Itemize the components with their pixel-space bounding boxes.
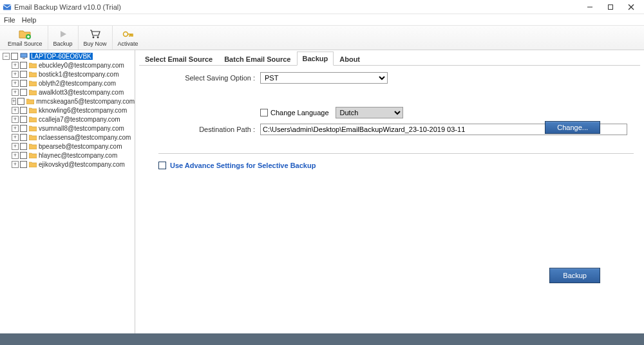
tree-item-label: vsumnall8@testcompany.com: [39, 125, 124, 132]
checkbox[interactable]: [20, 134, 27, 141]
tree-item[interactable]: +ebuckley0@testcompany.com: [0, 61, 135, 70]
tree-item-label: ebuckley0@testcompany.com: [39, 62, 124, 69]
tree-panel: − LAPTOP-60EO6VBK +ebuckley0@testcompany…: [0, 50, 135, 333]
folder-icon: [29, 143, 37, 149]
saving-option-select[interactable]: PST: [260, 72, 388, 84]
tree-item[interactable]: +vsumnall8@testcompany.com: [0, 124, 135, 133]
saving-option-label: Select Saving Option :: [178, 74, 255, 82]
minimize-button[interactable]: [580, 0, 600, 14]
tree-item-label: awalklott3@testcompany.com: [39, 89, 124, 96]
folder-icon: [29, 62, 37, 68]
tree-item-label: bostick1@testcompany.com: [39, 71, 118, 78]
folder-icon: [29, 134, 37, 140]
app-icon: [3, 3, 12, 12]
checkbox[interactable]: [17, 98, 24, 105]
svg-rect-0: [3, 4, 11, 10]
tree-item[interactable]: +hlaynec@testcompany.com: [0, 151, 135, 160]
folder-plus-icon: [19, 28, 32, 40]
change-language-checkbox[interactable]: [260, 109, 268, 117]
checkbox[interactable]: [20, 161, 27, 168]
key-icon: [122, 28, 134, 40]
language-select[interactable]: Dutch: [336, 107, 403, 118]
tree-root[interactable]: − LAPTOP-60EO6VBK: [0, 51, 135, 61]
checkbox[interactable]: [11, 53, 18, 60]
checkbox[interactable]: [20, 89, 27, 96]
tree-item[interactable]: +kknowling6@testcompany.com: [0, 106, 135, 115]
checkbox[interactable]: [20, 107, 27, 114]
expand-icon[interactable]: +: [12, 98, 16, 105]
toolbar-activate[interactable]: Activate: [113, 26, 144, 50]
tree-item[interactable]: +bpearseb@testcompany.com: [0, 142, 135, 151]
cart-icon: [90, 28, 101, 40]
menu-file[interactable]: File: [4, 16, 15, 24]
tree-item-label: ccalleja7@testcompany.com: [39, 116, 120, 123]
play-icon: [59, 28, 68, 40]
tab-batch-email-source[interactable]: Batch Email Source: [218, 52, 296, 66]
close-button[interactable]: [621, 0, 641, 14]
tree-item[interactable]: +ejikovskyd@testcompany.com: [0, 160, 135, 169]
menubar: File Help: [0, 14, 644, 26]
tree-item-label: ejikovskyd@testcompany.com: [39, 161, 125, 168]
tree-item[interactable]: +awalklott3@testcompany.com: [0, 88, 135, 97]
change-button[interactable]: Change...: [545, 121, 600, 134]
checkbox[interactable]: [20, 143, 27, 150]
folder-icon: [29, 116, 37, 122]
expand-icon[interactable]: +: [12, 80, 19, 87]
expand-icon[interactable]: +: [12, 71, 19, 78]
svg-rect-9: [21, 53, 27, 57]
maximize-button[interactable]: [600, 0, 621, 14]
computer-icon: [20, 53, 28, 59]
svg-point-6: [92, 37, 94, 39]
toolbar-buy-now[interactable]: Buy Now: [79, 26, 113, 50]
svg-rect-10: [23, 58, 25, 59]
folder-icon: [29, 71, 37, 77]
expand-icon[interactable]: +: [12, 161, 19, 168]
expand-icon[interactable]: +: [12, 125, 19, 132]
expand-icon[interactable]: +: [12, 143, 19, 150]
checkbox[interactable]: [20, 71, 27, 78]
expand-icon[interactable]: +: [12, 89, 19, 96]
expand-icon[interactable]: +: [12, 152, 19, 159]
checkbox[interactable]: [20, 80, 27, 87]
expand-icon[interactable]: +: [12, 116, 19, 123]
svg-rect-2: [609, 5, 613, 9]
folder-icon: [26, 98, 34, 104]
tree-item[interactable]: +nclaessensa@testcompany.com: [0, 133, 135, 142]
tree-item[interactable]: +oblyth2@testcompany.com: [0, 79, 135, 88]
folder-icon: [29, 125, 37, 131]
tree-item[interactable]: +bostick1@testcompany.com: [0, 70, 135, 79]
toolbar-backup[interactable]: Backup: [48, 26, 79, 50]
svg-point-7: [97, 37, 99, 39]
toolbar-email-source[interactable]: Email Source: [3, 26, 48, 50]
expand-icon[interactable]: +: [12, 62, 19, 69]
folder-icon: [29, 152, 37, 158]
tree-item-label: bpearseb@testcompany.com: [39, 143, 122, 150]
toolbar: Email Source Backup Buy Now Activate: [0, 26, 644, 50]
folder-icon: [29, 89, 37, 95]
tree-item-label: kknowling6@testcompany.com: [39, 107, 127, 114]
tab-row: Select Email Source Batch Email Source B…: [139, 51, 640, 66]
tree-item-label: oblyth2@testcompany.com: [39, 80, 116, 87]
svg-point-8: [123, 32, 128, 37]
tab-about[interactable]: About: [334, 52, 366, 66]
checkbox[interactable]: [20, 125, 27, 132]
tab-select-email-source[interactable]: Select Email Source: [139, 52, 218, 66]
menu-help[interactable]: Help: [22, 16, 37, 24]
expand-icon[interactable]: +: [12, 134, 19, 141]
checkbox[interactable]: [20, 116, 27, 123]
checkbox[interactable]: [20, 62, 27, 69]
destination-path-label: Destination Path :: [178, 126, 255, 133]
right-panel: Select Email Source Batch Email Source B…: [135, 50, 644, 333]
change-language-label: Change Language: [270, 109, 329, 117]
tab-backup[interactable]: Backup: [297, 51, 334, 66]
folder-icon: [29, 80, 37, 86]
tree-item[interactable]: +ccalleja7@testcompany.com: [0, 115, 135, 124]
titlebar: Email Backup Wizard v10.0 (Trial): [0, 0, 644, 14]
collapse-icon[interactable]: −: [3, 53, 10, 60]
advance-settings-checkbox[interactable]: [158, 162, 166, 169]
advance-settings-label[interactable]: Use Advance Settings for Selective Backu…: [170, 162, 316, 169]
tree-item[interactable]: +mmcskeagan5@testcompany.com: [0, 97, 135, 106]
backup-button[interactable]: Backup: [549, 268, 600, 283]
checkbox[interactable]: [20, 152, 27, 159]
expand-icon[interactable]: +: [12, 107, 19, 114]
